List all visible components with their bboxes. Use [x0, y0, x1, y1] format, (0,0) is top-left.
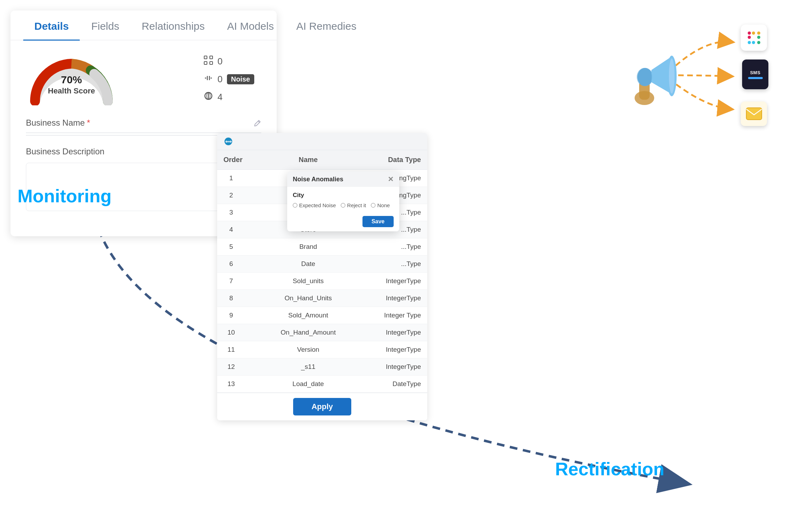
- business-name-edit-icon[interactable]: [254, 119, 261, 129]
- notification-illustration: SMS: [606, 18, 774, 140]
- popup-close-button[interactable]: ✕: [388, 175, 394, 183]
- apply-button[interactable]: Apply: [293, 398, 351, 415]
- gauge-stats-row: 70% Health Score 0: [26, 53, 261, 105]
- popup-header: Noise Anomalies ✕: [287, 172, 399, 187]
- noise-badge: Noise: [227, 74, 254, 84]
- svg-point-14: [669, 58, 675, 93]
- svg-rect-23: [748, 41, 751, 44]
- table-footer: Apply: [217, 393, 427, 420]
- table-row: 8 On_Hand_Units IntegerType: [217, 290, 427, 307]
- svg-rect-18: [752, 31, 755, 35]
- tabs-row: Details Fields Relationships AI Models A…: [11, 10, 277, 40]
- svg-rect-17: [748, 31, 751, 35]
- svg-rect-21: [757, 41, 760, 44]
- business-name-label: Business Name *: [26, 118, 90, 128]
- col-datatype: Data Type: [371, 150, 427, 169]
- table-header: Order Name Data Type: [217, 150, 427, 170]
- table-row: 9 Sold_Amount Integer Type: [217, 307, 427, 324]
- svg-rect-0: [204, 56, 207, 59]
- sms-label: SMS: [750, 70, 761, 75]
- table-row: 10 On_Hand_Amount IntegerType: [217, 324, 427, 341]
- email-notification-icon: [741, 102, 767, 126]
- svg-rect-16: [748, 36, 751, 39]
- scan-icon: [203, 55, 213, 68]
- svg-rect-3: [210, 62, 213, 64]
- table-row: 7 Sold_units IntegerType: [217, 273, 427, 290]
- monitoring-label: Monitoring: [18, 186, 112, 206]
- col-order: Order: [217, 150, 245, 169]
- table-row: 11 Version IntegerType: [217, 341, 427, 358]
- slack-notification-icon: [741, 24, 767, 51]
- radio-none[interactable]: None: [371, 202, 390, 208]
- stat-row-2: 4: [203, 91, 254, 103]
- noise-icon: [203, 73, 213, 85]
- popup-save-button[interactable]: Save: [362, 216, 394, 227]
- split-icon: [203, 91, 213, 103]
- gauge-label: Health Score: [26, 86, 117, 96]
- health-score-gauge: 70% Health Score: [26, 53, 117, 105]
- col-name: Name: [245, 150, 371, 169]
- tab-ai-remedies[interactable]: AI Remedies: [285, 10, 368, 40]
- popup-field-name: City: [293, 192, 394, 199]
- table-row: 5 Brand ...Type: [217, 238, 427, 255]
- stat-value-2: 4: [217, 92, 222, 103]
- table-header-icon: ⟺: [223, 136, 233, 146]
- table-row: 6 Date ...Type: [217, 255, 427, 273]
- svg-rect-1: [210, 56, 213, 59]
- business-description-label: Business Description: [26, 147, 104, 156]
- popup-footer: Save: [287, 213, 399, 231]
- tab-ai-models[interactable]: AI Models: [216, 10, 285, 40]
- svg-point-15: [637, 68, 652, 86]
- table-row: 12 _s11 IntegerType: [217, 358, 427, 376]
- business-name-row: Business Name *: [26, 118, 261, 133]
- svg-rect-22: [752, 41, 755, 44]
- megaphone-illustration: [613, 38, 683, 108]
- rectification-label: Rectification: [555, 458, 664, 479]
- svg-rect-2: [204, 62, 207, 64]
- required-star: *: [87, 118, 90, 128]
- svg-rect-20: [757, 36, 760, 39]
- noise-anomalies-popup: Noise Anomalies ✕ City Expected Noise Re…: [287, 172, 399, 231]
- tab-details[interactable]: Details: [23, 10, 80, 40]
- stat-row-1: 0 Noise: [203, 73, 254, 85]
- tab-relationships[interactable]: Relationships: [130, 10, 216, 40]
- sms-notification-icon: SMS: [742, 59, 768, 89]
- gauge-percent: 70%: [26, 74, 117, 86]
- svg-text:⟺: ⟺: [225, 139, 232, 144]
- gauge-center-text: 70% Health Score: [26, 74, 117, 96]
- radio-reject-it[interactable]: Reject it: [341, 202, 366, 208]
- stat-value-0: 0: [217, 56, 222, 67]
- stat-value-1: 0: [217, 74, 222, 85]
- table-row: 13 Load_date DateType: [217, 376, 427, 393]
- stat-row-0: 0: [203, 55, 254, 68]
- tab-fields[interactable]: Fields: [80, 10, 130, 40]
- popup-title: Noise Anomalies: [293, 176, 343, 183]
- svg-rect-19: [757, 31, 760, 35]
- radio-expected-noise[interactable]: Expected Noise: [293, 202, 336, 208]
- row-order: 1: [217, 170, 245, 187]
- popup-body: City Expected Noise Reject it None: [287, 187, 399, 213]
- popup-radio-group: Expected Noise Reject it None: [293, 202, 394, 208]
- svg-rect-24: [746, 108, 762, 120]
- stats-column: 0 0 Noise: [203, 55, 254, 103]
